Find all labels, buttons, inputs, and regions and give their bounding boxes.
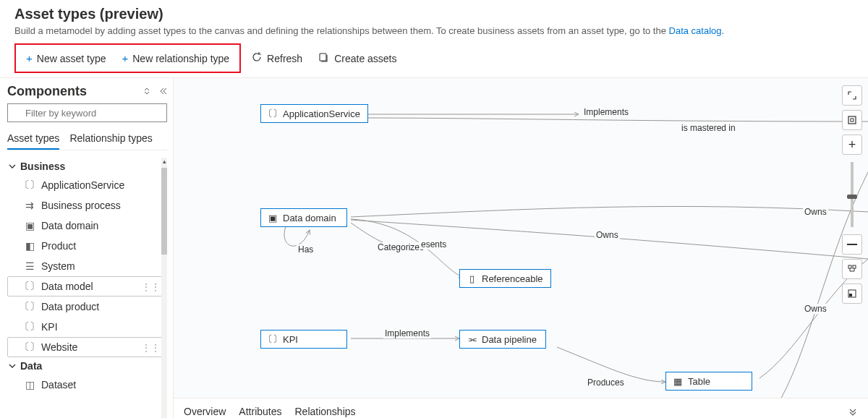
canvas-edges [174,78,868,418]
tree-item-label: KPI [41,321,58,333]
cube-icon: ◧ [24,240,35,252]
tree-item-label: Product [41,240,76,252]
edge-label-esents: esents [420,239,448,249]
edge-label-implements: Implements [582,107,630,117]
document-icon: ▯ [466,273,477,284]
fit-to-screen-button[interactable] [842,110,862,130]
drag-handle-icon[interactable]: ⋮⋮ [142,343,161,353]
svg-rect-2 [851,119,854,121]
edge-label-owns: Owns [595,230,620,240]
refresh-button[interactable]: Refresh [245,47,308,69]
chevron-up-down-icon[interactable] [142,86,151,98]
tab-attributes[interactable]: Attributes [239,400,281,419]
edge-label-implements: Implements [383,328,431,338]
stack-icon: ☰ [24,260,35,272]
fullscreen-button[interactable] [842,85,862,106]
tree-item-data-model[interactable]: 〔〕 Data model ⋮⋮ [7,276,167,297]
sidebar: Components Asset types Relationship type… [0,78,174,418]
zoom-slider-thumb[interactable] [847,195,857,199]
table-icon: ▦ [672,375,684,387]
create-assets-button[interactable]: Create assets [312,47,402,69]
tree-group-business[interactable]: Business [7,158,167,175]
node-data-pipeline[interactable]: ⫘ Data pipeline [459,330,546,349]
group-business-label: Business [20,161,65,172]
edge-label-produces: Produces [586,378,626,388]
chart-icon: ◫ [24,379,35,391]
filter-input[interactable] [7,103,167,122]
node-referenceable[interactable]: ▯ Referenceable [459,269,551,288]
tree-item-label: ApplicationService [41,179,124,191]
node-label: KPI [283,334,298,345]
minimap-button[interactable] [842,283,862,304]
braces-icon: 〔〕 [24,281,35,292]
create-assets-label: Create assets [334,53,396,64]
tree-item-data-domain[interactable]: ▣ Data domain [7,216,167,236]
data-catalog-link[interactable]: Data catalog [669,25,722,36]
svg-rect-1 [848,116,856,124]
canvas-tools: + [842,85,862,304]
braces-icon: 〔〕 [267,333,278,345]
new-asset-type-label: New asset type [37,53,106,64]
node-label: Table [688,376,710,387]
edge-label-categorizes: Categorizes [376,242,425,252]
svg-rect-6 [849,294,852,297]
braces-icon: 〔〕 [24,301,35,312]
braces-icon: 〔〕 [24,321,35,333]
node-applicationservice[interactable]: 〔〕 ApplicationService [260,104,368,123]
drag-handle-icon[interactable]: ⋮⋮ [142,282,161,292]
edge-label-owns: Owns [803,207,828,217]
edge-label-mastered-in: is mastered in [680,123,737,133]
collapse-sidebar-icon[interactable] [158,86,167,98]
refresh-icon [251,51,263,65]
expand-panel-icon[interactable] [848,406,858,418]
zoom-out-button[interactable] [842,234,862,255]
refresh-label: Refresh [267,53,302,64]
tree-item-label: Data product [41,301,99,312]
braces-icon: 〔〕 [24,179,35,191]
tree: Business 〔〕 ApplicationService ⇉ Busines… [7,158,167,418]
braces-icon: 〔〕 [267,108,278,119]
plus-icon [26,52,33,64]
highlight-box: New asset type New relationship type [14,43,241,73]
tab-asset-types[interactable]: Asset types [7,128,59,150]
toolbar: New asset type New relationship type Ref… [0,39,868,78]
canvas[interactable]: 〔〕 ApplicationService ▣ Data domain ▯ Re… [174,78,868,418]
zoom-in-button[interactable]: + [842,135,862,155]
subtitle-text: Build a metamodel by adding asset types … [14,25,669,36]
tree-item-label: Data model [41,281,93,292]
layout-button[interactable] [842,259,862,279]
tree-item-product[interactable]: ◧ Product [7,236,167,256]
tree-item-data-product[interactable]: 〔〕 Data product [7,297,167,317]
new-relationship-type-label: New relationship type [132,53,229,64]
sidebar-scrollbar[interactable]: ▴ [161,158,167,418]
scroll-up-icon[interactable]: ▴ [161,158,167,165]
tree-item-kpi[interactable]: 〔〕 KPI [7,317,167,337]
tree-group-data[interactable]: Data [7,357,167,375]
zoom-slider[interactable] [851,162,854,227]
caret-down-icon [9,161,16,172]
node-label: Referenceable [482,273,543,284]
new-relationship-type-button[interactable]: New relationship type [116,48,235,69]
tab-relationships[interactable]: Relationships [295,400,356,419]
tree-item-dataset[interactable]: ◫ Dataset [7,375,167,395]
tree-item-business-process[interactable]: ⇉ Business process [7,195,167,216]
tree-item-label: Business process [41,200,121,211]
new-asset-type-button[interactable]: New asset type [20,48,111,69]
caret-down-icon [9,360,16,372]
node-table[interactable]: ▦ Table [665,372,752,391]
tree-item-website[interactable]: 〔〕 Website ⋮⋮ [7,337,167,357]
group-data-label: Data [20,360,42,372]
tree-item-applicationservice[interactable]: 〔〕 ApplicationService [7,175,167,195]
node-kpi[interactable]: 〔〕 KPI [260,330,347,349]
node-label: ApplicationService [283,108,360,119]
tree-item-label: Website [41,341,77,353]
sidebar-scrollbar-thumb[interactable] [161,168,167,255]
tree-item-system[interactable]: ☰ System [7,256,167,276]
domain-icon: ▣ [24,220,35,231]
tab-relationship-types[interactable]: Relationship types [69,128,152,150]
canvas-bottom-tabs: Overview Attributes Relationships [174,398,868,418]
tab-overview[interactable]: Overview [184,400,226,419]
page-subtitle: Build a metamodel by adding asset types … [14,25,854,36]
page-title: Asset types (preview) [14,6,854,22]
node-data-domain[interactable]: ▣ Data domain [260,208,347,227]
